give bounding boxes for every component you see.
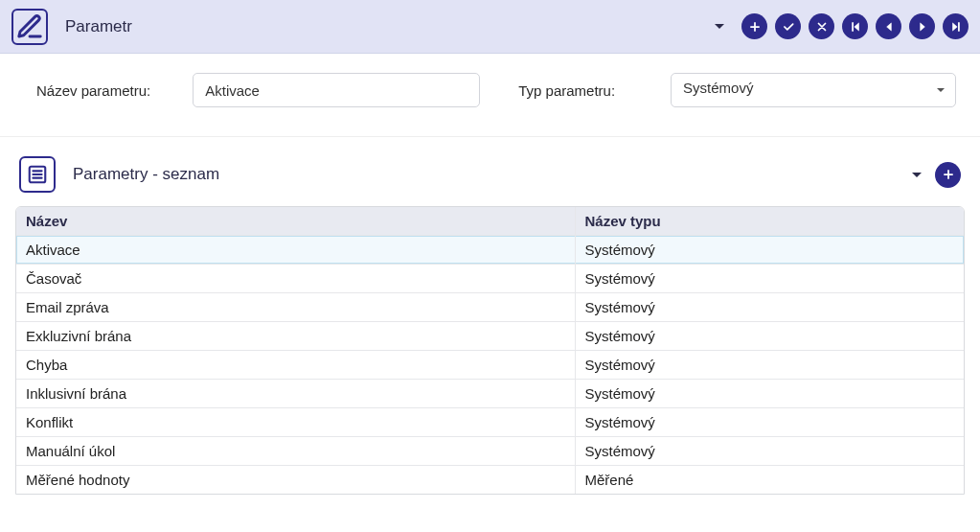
cell-name: Inklusivní brána	[16, 380, 576, 407]
next-button[interactable]	[909, 13, 935, 39]
type-label: Typ parametru:	[518, 82, 615, 99]
table-row[interactable]: ChybaSystémový	[16, 351, 964, 380]
name-label: Název parametru:	[36, 82, 150, 99]
cell-type: Systémový	[576, 437, 965, 465]
header-actions	[715, 13, 969, 39]
cell-name: Manuální úkol	[16, 437, 576, 465]
page-title: Parametr	[65, 17, 715, 36]
cell-type: Systémový	[576, 380, 965, 407]
type-select[interactable]: Systémový	[671, 73, 956, 107]
table-header-row: Název Název typu	[16, 207, 964, 236]
cell-name: Aktivace	[16, 236, 576, 264]
first-button[interactable]	[842, 13, 868, 39]
cancel-button[interactable]	[809, 13, 834, 39]
cell-type: Systémový	[576, 236, 965, 264]
cell-name: Exkluzivní brána	[16, 322, 576, 350]
list-icon	[19, 156, 56, 193]
form-section: Název parametru: Typ parametru: Systémov…	[0, 54, 980, 137]
table-row[interactable]: Email zprávaSystémový	[16, 293, 964, 322]
form-group-name: Název parametru:	[36, 73, 480, 107]
cell-name: Měřené hodnoty	[16, 466, 576, 494]
col-header-type[interactable]: Název typu	[576, 207, 965, 235]
prev-button[interactable]	[876, 13, 901, 39]
header-menu-caret[interactable]	[715, 24, 724, 29]
cell-name: Konflikt	[16, 408, 576, 436]
cell-name: Časovač	[16, 265, 576, 292]
table-row[interactable]: Inklusivní bránaSystémový	[16, 380, 964, 408]
list-title: Parametry - seznam	[73, 165, 912, 184]
list-header: Parametry - seznam	[15, 149, 965, 206]
table-row[interactable]: Měřené hodnotyMěřené	[16, 466, 964, 494]
form-group-type: Typ parametru: Systémový	[518, 73, 956, 107]
col-header-name[interactable]: Název	[16, 207, 576, 235]
cell-name: Chyba	[16, 351, 576, 379]
add-button[interactable]	[741, 13, 767, 39]
cell-type: Systémový	[576, 408, 965, 436]
list-menu-caret[interactable]	[912, 173, 922, 177]
cell-type: Systémový	[576, 322, 965, 350]
header-bar: Parametr	[0, 0, 980, 54]
table-row[interactable]: Manuální úkolSystémový	[16, 437, 964, 466]
cell-type: Systémový	[576, 351, 965, 379]
table-row[interactable]: KonfliktSystémový	[16, 408, 964, 437]
confirm-button[interactable]	[775, 13, 801, 39]
cell-name: Email zpráva	[16, 293, 576, 321]
last-button[interactable]	[943, 13, 969, 39]
table-row[interactable]: Exkluzivní bránaSystémový	[16, 322, 964, 351]
cell-type: Systémový	[576, 293, 965, 321]
table-row[interactable]: ČasovačSystémový	[16, 265, 964, 293]
list-add-button[interactable]	[935, 162, 961, 188]
cell-type: Měřené	[576, 466, 965, 494]
name-input[interactable]	[193, 73, 480, 107]
cell-type: Systémový	[576, 265, 965, 292]
edit-icon	[11, 9, 48, 45]
list-section: Parametry - seznam Název Název typu Akti…	[0, 137, 980, 495]
table-row[interactable]: AktivaceSystémový	[16, 236, 964, 265]
param-table: Název Název typu AktivaceSystémovýČasova…	[15, 206, 965, 495]
